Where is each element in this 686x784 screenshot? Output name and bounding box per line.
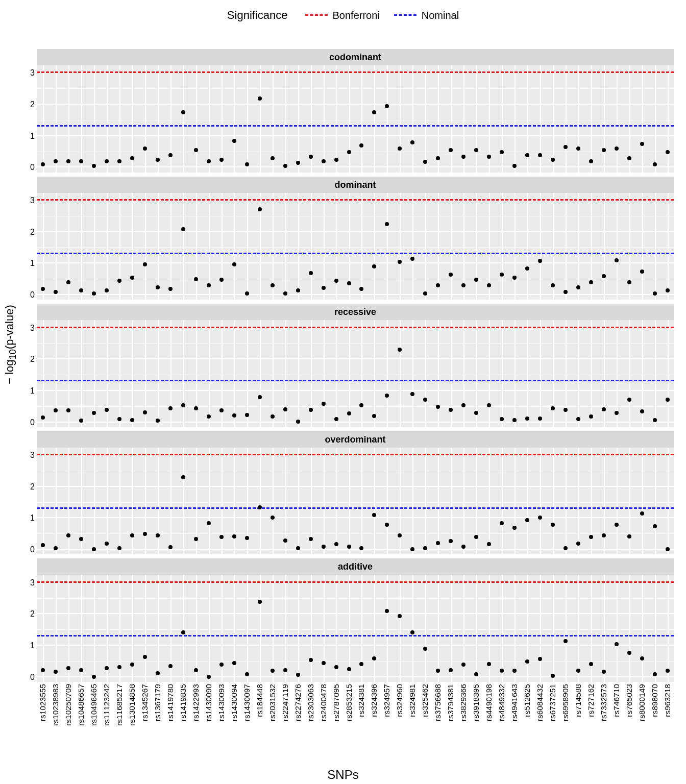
data-point <box>449 148 453 152</box>
data-point <box>461 283 465 287</box>
data-point <box>322 402 326 406</box>
x-tick-label: rs324957 <box>382 684 391 717</box>
data-point <box>398 146 402 151</box>
data-point <box>666 547 670 551</box>
data-point <box>423 291 427 296</box>
data-point <box>79 668 83 672</box>
panel-grid: codominant0123dominant0123recessive0123o… <box>37 49 674 682</box>
x-tick-label: rs1419835 <box>179 684 188 721</box>
data-point <box>602 670 606 674</box>
data-point <box>156 533 160 537</box>
data-point <box>589 535 593 539</box>
data-point <box>41 287 45 291</box>
panel-title-recessive: recessive <box>37 304 674 320</box>
y-tick-label: 3 <box>12 324 35 333</box>
x-axis-ticks: rs1023555rs10238983rs10250709rs10486657r… <box>37 684 674 765</box>
data-point <box>487 542 491 546</box>
data-point <box>666 398 670 402</box>
data-point <box>551 674 555 678</box>
data-point <box>207 675 211 679</box>
data-point <box>653 418 657 422</box>
x-tick-label: rs1430094 <box>230 684 239 721</box>
data-point <box>359 403 363 407</box>
data-point <box>576 285 580 289</box>
data-point <box>551 523 555 527</box>
panel-title-dominant: dominant <box>37 177 674 193</box>
data-point <box>589 414 593 419</box>
data-point <box>130 276 134 280</box>
sig-line-nominal <box>37 635 674 636</box>
legend: Significance Bonferroni Nominal <box>0 5 686 26</box>
x-tick-label: rs1367179 <box>153 684 162 721</box>
data-point <box>666 150 670 154</box>
data-point <box>258 600 262 604</box>
data-point <box>640 409 644 413</box>
data-point <box>156 419 160 423</box>
data-point <box>309 658 313 662</box>
data-point <box>487 283 491 287</box>
data-point <box>334 665 338 669</box>
x-tick-label: rs1430093 <box>217 684 226 721</box>
data-point <box>449 273 453 277</box>
data-point <box>436 541 440 545</box>
data-point <box>309 155 313 159</box>
sig-line-bonferroni <box>37 327 674 328</box>
data-point <box>589 159 593 163</box>
data-point <box>168 287 173 291</box>
panel-dominant: dominant0123 <box>37 177 674 300</box>
data-point <box>283 668 287 672</box>
x-tick-label: rs4849332 <box>497 684 506 721</box>
panel-title-codominant: codominant <box>37 49 674 65</box>
data-point <box>245 291 249 296</box>
data-point <box>474 278 478 282</box>
x-tick-label: rs2247119 <box>281 684 290 721</box>
y-tick-label: 2 <box>12 482 35 492</box>
x-tick-label: rs184448 <box>255 684 264 717</box>
data-point <box>564 639 568 643</box>
x-tick-label: rs2787095 <box>332 684 341 721</box>
x-tick-label: rs324396 <box>370 684 379 717</box>
y-tick-label: 1 <box>12 386 35 396</box>
x-tick-label: rs2400478 <box>319 684 328 721</box>
x-tick-label: rs10238983 <box>51 684 60 726</box>
data-point <box>461 403 465 407</box>
data-point <box>359 287 363 291</box>
sig-line-bonferroni <box>37 454 674 455</box>
data-point <box>487 662 491 666</box>
data-point <box>245 672 249 676</box>
data-point <box>564 546 568 550</box>
data-point <box>92 164 96 168</box>
x-tick-label: rs4941643 <box>510 684 519 721</box>
data-point <box>219 278 224 282</box>
x-tick-label: rs324381 <box>357 684 366 717</box>
data-point <box>130 156 134 160</box>
data-point <box>194 148 198 152</box>
x-tick-label: rs4490198 <box>484 684 494 721</box>
data-point <box>653 162 657 166</box>
y-tick-label: 3 <box>12 578 35 587</box>
data-point <box>92 547 96 551</box>
data-point <box>105 288 109 292</box>
data-point <box>245 162 249 166</box>
plot-area-additive: 0123 <box>37 575 674 682</box>
data-point <box>474 148 478 152</box>
data-point <box>92 675 96 679</box>
data-point <box>66 533 70 537</box>
data-point <box>105 408 109 412</box>
y-tick-label: 0 <box>12 418 35 427</box>
x-tick-label: rs1430090 <box>204 684 213 721</box>
data-point <box>410 257 414 261</box>
data-point <box>525 416 529 421</box>
x-tick-label: rs898070 <box>650 684 659 717</box>
x-tick-label: rs1419780 <box>166 684 175 721</box>
data-point <box>500 417 504 421</box>
x-tick-label: rs10496465 <box>89 684 99 726</box>
data-point <box>461 545 465 549</box>
y-tick-label: 1 <box>12 641 35 650</box>
x-tick-label: rs6958905 <box>561 684 570 721</box>
data-point <box>423 647 427 651</box>
data-point <box>219 158 224 162</box>
data-point <box>232 661 236 665</box>
data-point <box>194 537 198 541</box>
data-point <box>232 413 236 418</box>
